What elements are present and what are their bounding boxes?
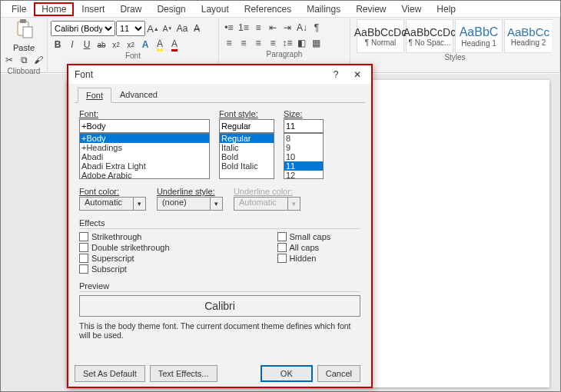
show-hide-icon[interactable]: ¶ [310, 21, 324, 35]
change-case-icon[interactable]: Aa [175, 22, 189, 35]
ribbon-group-clipboard: Paste ✂ ⧉ 🖌 Clipboard [1, 18, 48, 73]
justify-icon[interactable]: ≡ [266, 36, 280, 50]
menu-design[interactable]: Design [149, 2, 193, 16]
paste-icon [15, 19, 33, 39]
text-effects-button[interactable]: Text Effects... [150, 365, 217, 382]
menu-mailings[interactable]: Mailings [299, 2, 348, 16]
chevron-down-icon: ▾ [134, 197, 146, 211]
menu-draw[interactable]: Draw [112, 2, 149, 16]
chk-double-strikethrough[interactable]: Double strikethrough [79, 243, 170, 252]
style-opt-regular[interactable]: Regular [220, 134, 274, 143]
style-heading1[interactable]: AaBbC Heading 1 [455, 19, 503, 53]
font-opt-headings[interactable]: +Headings [80, 143, 209, 152]
style-input[interactable] [219, 119, 274, 133]
cancel-button[interactable]: Cancel [317, 365, 360, 382]
menu-insert[interactable]: Insert [74, 2, 112, 16]
underline-style-label: Underline style: [157, 187, 223, 196]
numbering-icon[interactable]: 1≡ [237, 21, 251, 35]
font-name-select[interactable]: Calibri (Body) [51, 21, 115, 36]
chk-subscript[interactable]: Subscript [79, 264, 170, 274]
decrease-indent-icon[interactable]: ⇤ [266, 21, 280, 35]
size-opt-8[interactable]: 8 [284, 134, 323, 143]
underline-color-label: Underline color: [234, 187, 300, 196]
increase-indent-icon[interactable]: ⇥ [280, 21, 294, 35]
font-color-icon[interactable]: A [168, 38, 181, 51]
cut-icon[interactable]: ✂ [2, 53, 16, 67]
paste-button[interactable] [13, 19, 35, 42]
grow-font-icon[interactable]: A▲ [146, 22, 160, 35]
font-opt-adobe-arabic[interactable]: Adobe Arabic [80, 171, 209, 179]
style-heading2[interactable]: AaBbCc Heading 2 [504, 19, 552, 53]
chk-superscript[interactable]: Superscript [79, 254, 170, 263]
chk-strikethrough[interactable]: Strikethrough [79, 232, 170, 241]
style-no-spacing[interactable]: AaBbCcDc ¶ No Spac... [406, 19, 453, 53]
menu-view[interactable]: View [394, 2, 430, 16]
help-button[interactable]: ? [325, 66, 347, 83]
svg-rect-1 [20, 19, 26, 23]
size-input[interactable] [284, 119, 324, 133]
underline-style-combo[interactable]: (none) ▾ [157, 197, 223, 211]
style-opt-bolditalic[interactable]: Bold Italic [220, 161, 274, 171]
font-color-combo[interactable]: Automatic ▾ [79, 197, 146, 211]
menu-help[interactable]: Help [429, 2, 463, 16]
clear-formatting-icon[interactable]: A̶ [190, 22, 204, 35]
align-left-icon[interactable]: ≡ [222, 36, 236, 50]
font-opt-abadi[interactable]: Abadi [80, 152, 209, 161]
size-label: Size: [284, 109, 324, 118]
menu-home[interactable]: Home [34, 2, 74, 16]
font-input[interactable] [79, 119, 210, 133]
sort-icon[interactable]: A↓ [295, 21, 309, 35]
style-opt-bold[interactable]: Bold [220, 152, 274, 161]
tab-advanced[interactable]: Advanced [111, 87, 166, 102]
set-default-button[interactable]: Set As Default [75, 365, 145, 382]
style-listbox[interactable]: Regular Italic Bold Bold Italic [219, 133, 274, 179]
borders-icon[interactable]: ▦ [310, 36, 324, 50]
font-dialog: Font ? ✕ Font Advanced Font: +Body +Head… [67, 64, 373, 388]
superscript-button[interactable]: x2 [124, 38, 138, 51]
tab-font[interactable]: Font [78, 88, 111, 103]
shading-icon[interactable]: ◧ [295, 36, 309, 50]
font-size-select[interactable]: 11 [116, 21, 145, 36]
bullets-icon[interactable]: •≡ [222, 21, 236, 35]
ok-button[interactable]: OK [261, 365, 313, 382]
underline-button[interactable]: U [80, 38, 94, 51]
preview-box: Calibri [79, 295, 360, 317]
size-opt-10[interactable]: 10 [284, 152, 323, 161]
font-opt-body[interactable]: +Body [80, 134, 209, 143]
menu-review[interactable]: Review [348, 2, 393, 16]
chk-all-caps[interactable]: All caps [277, 243, 331, 252]
font-opt-abadi-el[interactable]: Abadi Extra Light [80, 161, 209, 171]
align-right-icon[interactable]: ≡ [251, 36, 265, 50]
line-spacing-icon[interactable]: ↕≡ [280, 36, 294, 50]
italic-button[interactable]: I [65, 38, 79, 51]
shrink-font-icon[interactable]: A▼ [161, 22, 174, 35]
style-opt-italic[interactable]: Italic [220, 143, 274, 152]
multilevel-icon[interactable]: ≡ [251, 21, 265, 35]
size-opt-11[interactable]: 11 [284, 161, 323, 171]
style-normal[interactable]: AaBbCcDc ¶ Normal [357, 19, 404, 53]
dialog-title: Font [75, 69, 325, 80]
menu-layout[interactable]: Layout [194, 2, 237, 16]
size-opt-12[interactable]: 12 [284, 171, 323, 179]
highlight-icon[interactable]: A [153, 38, 167, 51]
preview-header: Preview [79, 281, 360, 291]
font-listbox[interactable]: +Body +Headings Abadi Abadi Extra Light … [79, 133, 210, 179]
font-color-label: Font color: [79, 187, 146, 196]
strikethrough-button[interactable]: ab [95, 38, 108, 51]
format-painter-icon[interactable]: 🖌 [32, 53, 45, 67]
copy-icon[interactable]: ⧉ [17, 53, 31, 67]
menu-file[interactable]: File [4, 2, 34, 16]
chk-hidden[interactable]: Hidden [277, 254, 331, 263]
size-listbox[interactable]: 8 9 10 11 12 [284, 133, 324, 179]
preview-text: Calibri [204, 300, 235, 312]
chevron-down-icon: ▾ [211, 197, 223, 211]
menu-references[interactable]: References [237, 2, 299, 16]
bold-button[interactable]: B [51, 38, 65, 51]
text-effects-icon[interactable]: A [138, 38, 152, 51]
close-button[interactable]: ✕ [347, 66, 368, 83]
menubar: File Home Insert Draw Design Layout Refe… [1, 1, 560, 18]
subscript-button[interactable]: x2 [109, 38, 123, 51]
chk-small-caps[interactable]: Small caps [277, 232, 331, 241]
size-opt-9[interactable]: 9 [284, 143, 323, 152]
align-center-icon[interactable]: ≡ [237, 36, 251, 50]
